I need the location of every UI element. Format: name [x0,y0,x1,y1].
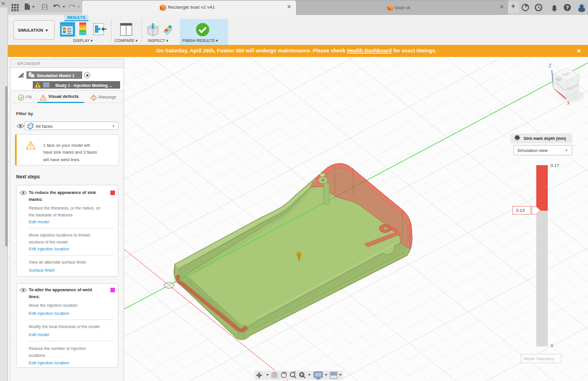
svg-text:?: ? [566,5,569,10]
svg-text:Z: Z [548,63,552,68]
svg-text:X: X [567,100,570,106]
